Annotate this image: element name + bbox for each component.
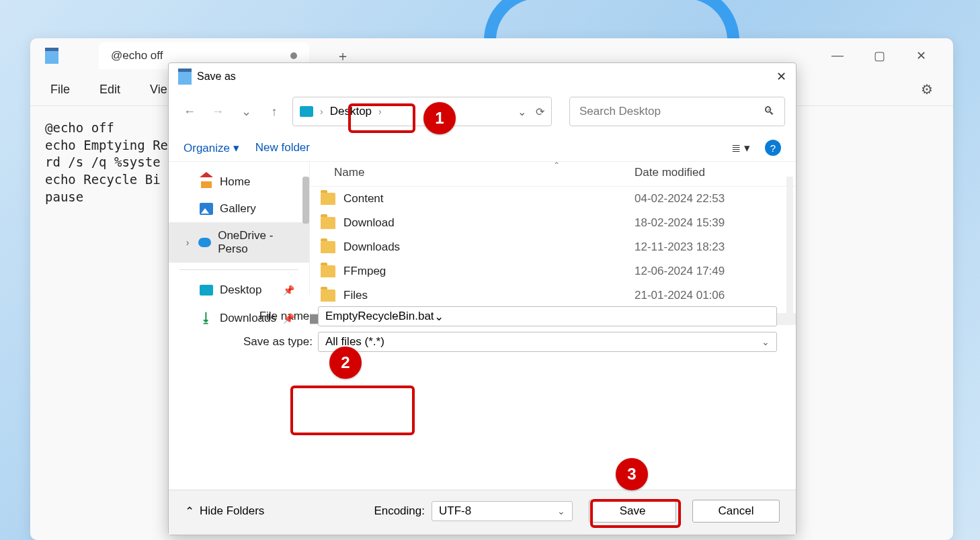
dropdown-icon[interactable]: ⌄	[762, 336, 770, 347]
forward-button[interactable]: →	[208, 101, 228, 122]
sidebar-item-onedrive[interactable]: › OneDrive - Perso	[169, 222, 309, 263]
minimize-button[interactable]: —	[824, 48, 851, 63]
save-button[interactable]: Save	[589, 500, 676, 523]
chevron-right-icon: ›	[320, 106, 323, 117]
folder-icon	[321, 241, 335, 253]
dropdown-icon[interactable]: ⌄	[557, 506, 565, 516]
sidebar-item-home[interactable]: Home	[169, 169, 309, 195]
notepad-icon	[178, 69, 192, 85]
file-date: 21-01-2024 01:06	[635, 289, 782, 302]
dialog-titlebar: Save as ✕	[169, 63, 796, 90]
sidebar-item-desktop[interactable]: Desktop 📌	[169, 277, 309, 304]
view-options-icon[interactable]: ≣ ▾	[731, 141, 750, 155]
list-header[interactable]: ⌃ Name Date modified	[310, 162, 796, 187]
file-list: ⌃ Name Date modified Content04-02-2024 2…	[310, 162, 796, 294]
encoding-label: Encoding:	[374, 504, 425, 518]
file-date: 12-06-2024 17:49	[635, 265, 782, 278]
folder-icon	[321, 193, 335, 205]
breadcrumb-location[interactable]: Desktop	[330, 105, 372, 118]
dialog-sidebar: Home Gallery › OneDrive - Perso Desktop …	[169, 162, 310, 294]
chevron-right-icon[interactable]: ›	[183, 237, 192, 248]
chevron-up-icon: ⌃	[185, 504, 194, 519]
close-button[interactable]: ✕	[907, 48, 934, 63]
refresh-icon[interactable]: ⟳	[536, 105, 544, 118]
desktop-icon	[200, 285, 213, 296]
download-icon: ⭳	[200, 310, 213, 326]
sidebar-divider	[179, 269, 298, 270]
home-icon	[200, 176, 213, 188]
help-icon[interactable]: ?	[765, 140, 781, 156]
gallery-icon	[200, 203, 213, 215]
file-date: 12-11-2023 18:23	[635, 240, 782, 254]
notepad-icon	[45, 48, 58, 64]
pin-icon: 📌	[283, 313, 294, 324]
file-name: Downloads	[343, 240, 635, 254]
save-type-select[interactable]: All files (*.*) ⌄	[318, 332, 777, 352]
column-name[interactable]: Name	[334, 166, 635, 179]
back-button[interactable]: ←	[179, 101, 200, 122]
organize-menu[interactable]: Organize ▾	[183, 141, 239, 155]
new-folder-button[interactable]: New folder	[255, 141, 310, 154]
background-arc	[484, 0, 739, 40]
file-row[interactable]: Files21-01-2024 01:06	[310, 283, 796, 308]
history-dropdown[interactable]: ⌄	[236, 101, 256, 122]
hide-folders-button[interactable]: ⌃ Hide Folders	[185, 504, 264, 519]
file-date: 04-02-2024 22:53	[635, 192, 782, 206]
tab-title: @echo off	[111, 49, 163, 62]
close-icon[interactable]: ✕	[776, 69, 786, 84]
address-dropdown-icon[interactable]: ⌄	[518, 105, 526, 118]
encoding-select[interactable]: UTF-8 ⌄	[432, 501, 573, 521]
onedrive-icon	[198, 238, 211, 247]
dialog-navbar: ← → ⌄ ↑ › Desktop › ⌄ ⟳ Search Desktop 🔍…	[169, 90, 796, 133]
file-name: Download	[343, 216, 635, 230]
dialog-title: Save as	[197, 71, 236, 83]
file-name: Content	[343, 192, 635, 206]
pin-icon: 📌	[283, 285, 294, 296]
pc-icon	[300, 106, 313, 117]
window-controls: — ▢ ✕	[824, 48, 953, 63]
file-name-input[interactable]: EmptyRecycleBin.bat ⌄	[318, 306, 777, 326]
address-bar[interactable]: › Desktop › ⌄ ⟳	[292, 97, 552, 126]
sort-asc-icon: ⌃	[553, 161, 560, 170]
folder-icon	[321, 217, 335, 229]
dialog-bottom-bar: ⌃ Hide Folders Encoding: UTF-8 ⌄ Save Ca…	[169, 490, 796, 535]
cancel-button[interactable]: Cancel	[692, 500, 780, 523]
tab-modified-dot	[290, 52, 297, 59]
search-placeholder: Search Desktop	[579, 105, 661, 118]
up-button[interactable]: ↑	[264, 101, 284, 122]
save-as-dialog: Save as ✕ ← → ⌄ ↑ › Desktop › ⌄ ⟳ Search…	[168, 62, 797, 535]
file-name: Files	[343, 289, 635, 302]
vertical-scrollbar[interactable]	[786, 177, 793, 324]
search-box[interactable]: Search Desktop 🔍︎	[569, 97, 785, 126]
column-date[interactable]: Date modified	[635, 166, 782, 179]
sidebar-item-gallery[interactable]: Gallery	[169, 195, 309, 222]
menu-file[interactable]: File	[50, 83, 70, 97]
chevron-right-icon: ›	[378, 106, 382, 117]
folder-icon	[321, 289, 335, 302]
menu-edit[interactable]: Edit	[99, 83, 120, 97]
save-type-label: Save as type:	[232, 335, 313, 349]
file-row[interactable]: Download18-02-2024 15:39	[310, 211, 796, 235]
dialog-toolbar: Organize ▾ New folder ≣ ▾ ?	[169, 133, 796, 162]
settings-gear-icon[interactable]: ⚙	[921, 81, 933, 97]
file-name: FFmpeg	[343, 265, 635, 278]
sidebar-item-downloads[interactable]: ⭳ Downloads 📌	[169, 304, 309, 332]
file-row[interactable]: Downloads12-11-2023 18:23	[310, 235, 796, 259]
file-row[interactable]: Content04-02-2024 22:53	[310, 187, 796, 211]
file-date: 18-02-2024 15:39	[635, 216, 782, 230]
folder-icon	[321, 265, 335, 277]
menu-view[interactable]: Vie	[150, 83, 167, 97]
dropdown-icon[interactable]: ⌄	[434, 310, 444, 324]
file-row[interactable]: FFmpeg12-06-2024 17:49	[310, 259, 796, 283]
search-icon: 🔍︎	[764, 105, 775, 118]
maximize-button[interactable]: ▢	[866, 48, 893, 63]
